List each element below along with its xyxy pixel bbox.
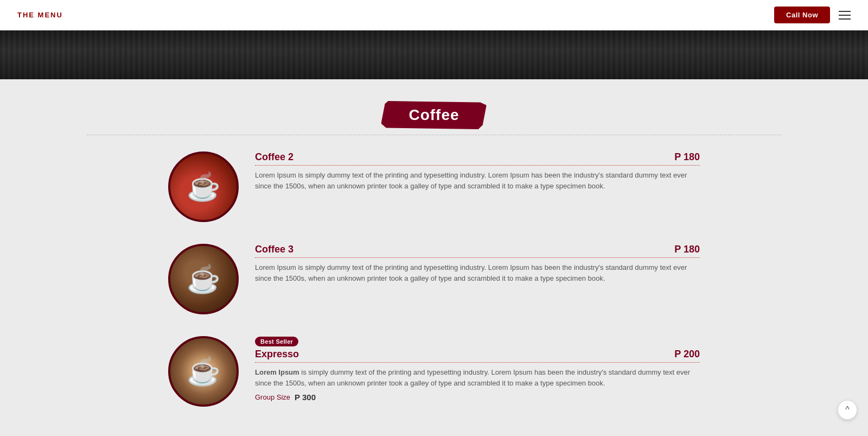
- call-now-button[interactable]: Call Now: [774, 7, 830, 23]
- navbar: THE MENU Call Now: [0, 0, 868, 30]
- banner-image: [0, 30, 868, 79]
- group-size-price: P 300: [295, 393, 316, 402]
- site-logo: THE MENU: [17, 11, 63, 19]
- navbar-right: Call Now: [774, 7, 851, 23]
- menu-item-name: Expresso: [255, 349, 299, 360]
- best-seller-badge: Best Seller: [255, 337, 298, 346]
- section-title: Coffee: [409, 106, 459, 123]
- hamburger-line-2: [839, 15, 851, 16]
- scroll-to-top-button[interactable]: ^: [838, 400, 857, 420]
- menu-item-price: P 200: [674, 349, 700, 360]
- section-divider: [87, 135, 781, 135]
- menu-item-desc-text: is simply dummy text of the printing and…: [255, 368, 690, 387]
- menu-item-desc-bold: Lorem Ipsum: [255, 368, 299, 376]
- menu-item-divider: [255, 257, 700, 258]
- menu-item-header: Coffee 2 P 180: [255, 151, 700, 163]
- section-title-wrap: Coffee: [0, 101, 868, 129]
- menu-item-description: Lorem Ipsum is simply dummy text of the …: [255, 262, 700, 283]
- hamburger-line-3: [839, 18, 851, 20]
- menu-item-divider: [255, 165, 700, 166]
- menu-list: Coffee 2 P 180 Lorem Ipsum is simply dum…: [136, 151, 732, 407]
- menu-item-divider: [255, 362, 700, 363]
- menu-item-image-expresso: [168, 336, 239, 407]
- hamburger-menu-button[interactable]: [839, 11, 851, 20]
- group-size-row: Group Size P 300: [255, 393, 700, 402]
- menu-item-description: Lorem Ipsum is simply dummy text of the …: [255, 367, 700, 388]
- menu-item-header: Coffee 3 P 180: [255, 244, 700, 255]
- menu-item-name: Coffee 2: [255, 151, 293, 163]
- menu-item-name: Coffee 3: [255, 244, 293, 255]
- menu-item-image-coffee2: [168, 151, 239, 222]
- menu-item-body-expresso: Best Seller Expresso P 200 Lorem Ipsum i…: [255, 336, 700, 402]
- menu-item: Coffee 3 P 180 Lorem Ipsum is simply dum…: [168, 244, 700, 314]
- menu-item-price: P 180: [674, 151, 700, 163]
- menu-item-body-coffee3: Coffee 3 P 180 Lorem Ipsum is simply dum…: [255, 244, 700, 283]
- best-seller-wrap: Best Seller: [255, 336, 700, 349]
- section-title-brush: Coffee: [381, 101, 486, 129]
- menu-item-price: P 180: [674, 244, 700, 255]
- hamburger-line-1: [839, 11, 851, 12]
- menu-item-body-coffee2: Coffee 2 P 180 Lorem Ipsum is simply dum…: [255, 151, 700, 191]
- menu-item: Coffee 2 P 180 Lorem Ipsum is simply dum…: [168, 151, 700, 222]
- menu-item-description: Lorem Ipsum is simply dummy text of the …: [255, 170, 700, 191]
- group-size-label: Group Size: [255, 393, 290, 401]
- menu-item: Best Seller Expresso P 200 Lorem Ipsum i…: [168, 336, 700, 407]
- menu-item-image-coffee3: [168, 244, 239, 314]
- menu-item-header: Expresso P 200: [255, 349, 700, 360]
- main-content: Coffee Coffee 2 P 180 Lorem Ipsum is sim…: [0, 79, 868, 436]
